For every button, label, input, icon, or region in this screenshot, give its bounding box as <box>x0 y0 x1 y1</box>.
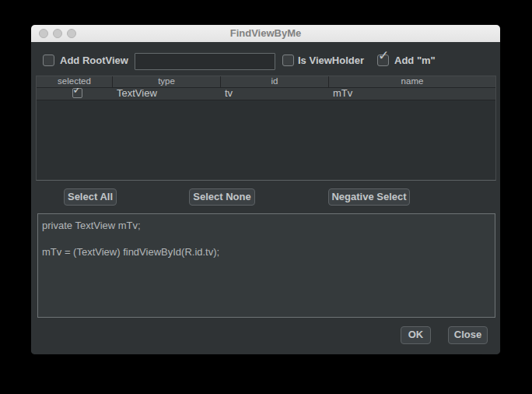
column-header-type[interactable]: type <box>112 76 220 87</box>
code-line: mTv = (TextView) findViewById(R.id.tv); <box>42 245 491 259</box>
add-m-checkbox[interactable]: ✓ <box>377 55 389 66</box>
add-rootview-checkbox[interactable] <box>43 55 54 66</box>
cell-id: tv <box>220 88 328 100</box>
column-header-id[interactable]: id <box>220 76 328 87</box>
is-viewholder-checkbox[interactable] <box>282 55 294 66</box>
cell-type: TextView <box>112 88 220 100</box>
window-title: FindViewByMe <box>31 25 500 42</box>
cell-name: mTv <box>328 88 495 100</box>
titlebar[interactable]: FindViewByMe <box>31 25 500 43</box>
select-all-button[interactable]: Select All <box>64 188 117 206</box>
select-none-button[interactable]: Select None <box>189 188 255 206</box>
generated-code-area[interactable]: private TextView mTv; mTv = (TextView) f… <box>37 213 495 318</box>
ok-button[interactable]: OK <box>401 326 431 344</box>
row-checkbox[interactable]: ✓ <box>72 88 82 98</box>
view-table: selected type id name ✓ TextView tv mTv <box>36 76 496 181</box>
findviewbyme-dialog: FindViewByMe Add RootView Is ViewHolder … <box>31 25 500 354</box>
dialog-content: Add RootView Is ViewHolder ✓ Add "m" sel… <box>31 42 500 354</box>
add-rootview-label[interactable]: Add RootView <box>60 54 128 67</box>
close-button[interactable]: Close <box>448 326 488 344</box>
rootview-input[interactable] <box>135 53 275 70</box>
add-m-label[interactable]: Add "m" <box>394 54 436 67</box>
column-header-selected[interactable]: selected <box>37 76 112 87</box>
table-row[interactable]: ✓ TextView tv mTv <box>37 88 495 100</box>
check-icon: ✓ <box>72 88 82 95</box>
cell-selected: ✓ <box>37 88 112 100</box>
check-icon: ✓ <box>378 49 389 62</box>
code-line: private TextView mTv; <box>42 219 491 232</box>
code-line <box>42 232 491 245</box>
column-header-name[interactable]: name <box>328 76 495 87</box>
negative-select-button[interactable]: Negative Select <box>328 188 410 206</box>
is-viewholder-label[interactable]: Is ViewHolder <box>298 54 364 67</box>
table-header: selected type id name <box>37 76 495 88</box>
